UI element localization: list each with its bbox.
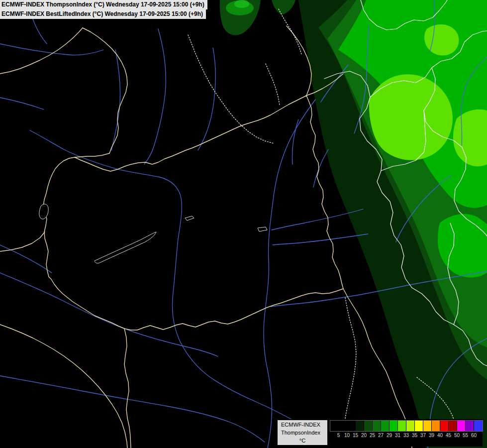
legend-tick-label: 15 [351, 433, 360, 439]
legend-tick-label: 20 [360, 433, 368, 439]
legend-color-cell [356, 421, 364, 431]
legend-color-cell [381, 421, 390, 431]
legend-tick-label: 10 [343, 433, 351, 439]
legend-color-cell [423, 421, 432, 431]
legend-tick-label: 39 [427, 433, 436, 439]
legend-color-cell [449, 421, 457, 431]
legend-tick-label: 50 [453, 433, 461, 439]
legend-unit-label: °C [281, 437, 324, 445]
legend-colorbar: 510152025272931333537394045505560 [330, 420, 483, 439]
legend-color-cell [373, 421, 381, 431]
legend-tick-label: 31 [393, 433, 402, 439]
title-line-1: ECMWF-INDEX ThompsonIndex (°C) Wednesday… [0, 0, 207, 9]
legend-color-cell [406, 421, 415, 431]
legend-tick-label: 29 [385, 433, 393, 439]
legend-tick-label: 40 [436, 433, 444, 439]
legend-tick-label: 45 [444, 433, 453, 439]
legend-color-cell [415, 421, 423, 431]
map-titles: ECMWF-INDEX ThompsonIndex (°C) Wednesday… [0, 0, 207, 19]
legend-color-cells [330, 420, 483, 432]
legend-tick-label: 60 [470, 433, 478, 439]
weather-map-page: ECMWF-INDEX ThompsonIndex (°C) Wednesday… [0, 0, 487, 448]
legend-tick-label: 25 [368, 433, 377, 439]
legend-color-cell [398, 421, 406, 431]
legend-index-name: ThompsonIndex [281, 429, 324, 437]
legend-model-label: ECMWF-INDEX [281, 421, 324, 429]
shade-top-center-bright-core [234, 0, 249, 8]
legend-color-cell [440, 421, 449, 431]
legend-tick-label: 37 [419, 433, 427, 439]
legend-tick-labels: 510152025272931333537394045505560 [330, 433, 483, 439]
legend-color-cell [457, 421, 466, 431]
legend-tick-label: 35 [410, 433, 419, 439]
legend-tick-label: 5 [334, 433, 343, 439]
legend-color-cell [432, 421, 440, 431]
legend-color-cell [364, 421, 373, 431]
weather-map [0, 0, 487, 448]
title-line-2: ECMWF-INDEX BestLiftedIndex (°C) Wednesd… [0, 9, 206, 19]
legend-tick-label: 55 [461, 433, 470, 439]
legend-tick-label: 33 [402, 433, 410, 439]
legend-tick-label: 27 [377, 433, 385, 439]
legend-textbox: ECMWF-INDEX ThompsonIndex °C [278, 420, 327, 445]
legend-color-cell [474, 421, 483, 431]
legend-color-cell [339, 421, 347, 431]
legend-color-cell [330, 421, 339, 431]
legend-panel: ECMWF-INDEX ThompsonIndex °C 51015202527… [277, 419, 483, 447]
legend-color-cell [347, 421, 356, 431]
legend-color-cell [466, 421, 474, 431]
legend-color-cell [390, 421, 398, 431]
